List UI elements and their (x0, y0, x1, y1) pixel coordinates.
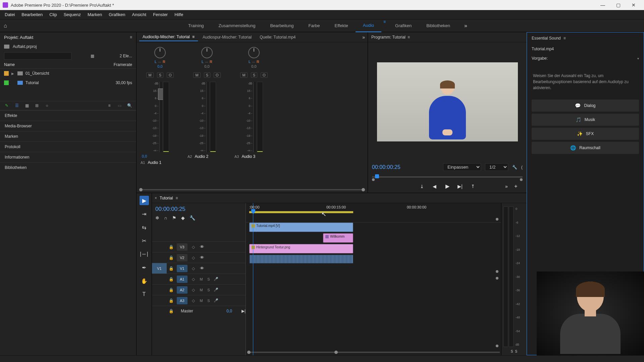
fader-track[interactable] (254, 82, 256, 152)
timeline-ruler[interactable]: :00:0000:00:15:0000:00:30:00 (246, 203, 501, 223)
record-button[interactable]: O (261, 72, 268, 78)
fader-value[interactable]: 0,0 (142, 154, 147, 158)
mixer-tab[interactable]: Quelle: Tutorial.mp4 (256, 34, 299, 41)
timeline-tracks-area[interactable]: :00:0000:00:15:0000:00:30:00 Tutorial.mp… (246, 203, 501, 355)
track-id-badge[interactable]: V2 (177, 254, 187, 261)
panel-menu-icon[interactable]: ≡ (176, 196, 178, 200)
play-icon[interactable]: ▶ (444, 183, 451, 189)
menu-sequenz[interactable]: Sequenz (60, 12, 84, 17)
workspace-audio[interactable]: Audio (356, 19, 381, 32)
sync-lock-icon[interactable]: ◇ (189, 277, 198, 282)
voice-record-icon[interactable]: 🎤 (212, 277, 220, 281)
program-fit-select[interactable]: Einpassen (443, 163, 481, 171)
track-id-badge[interactable]: A3 (177, 297, 187, 304)
track-id-badge[interactable]: A1 (177, 276, 187, 283)
solo-button[interactable]: S (251, 72, 257, 78)
maximize-button[interactable]: ▢ (610, 0, 626, 10)
linked-sel-icon[interactable]: ∩ (164, 215, 167, 221)
workspace-farbe[interactable]: Farbe (301, 19, 327, 32)
vscroll-dot-mid2[interactable] (496, 277, 498, 280)
lock-icon[interactable]: 🔒 (167, 245, 175, 249)
source-patch[interactable] (152, 274, 167, 284)
eye-icon[interactable]: 👁 (198, 266, 206, 271)
program-timecode[interactable]: 00:00:00:25 (372, 164, 400, 170)
freeform-view-icon[interactable]: ⊞ (34, 103, 40, 108)
record-button[interactable]: O (214, 72, 221, 78)
panel-menu-icon[interactable]: ≡ (130, 35, 132, 40)
pan-value[interactable]: 0,0 (204, 64, 209, 68)
timeline-tab[interactable]: Tutorial (160, 196, 173, 200)
project-item[interactable]: ▶ 01_Übersicht (0, 69, 136, 78)
solo-button[interactable]: S (205, 288, 212, 292)
marker-icon[interactable]: ⚑ (172, 215, 176, 221)
program-viewport[interactable] (368, 42, 527, 161)
vscroll-dot-top[interactable] (496, 218, 498, 221)
master-value[interactable]: 0,0 (226, 309, 239, 313)
razor-tool-icon[interactable]: ✂ (140, 236, 149, 245)
menu-datei[interactable]: Datei (1, 12, 18, 17)
selection-tool-icon[interactable]: ▶ (140, 196, 149, 205)
project-search-input[interactable] (4, 52, 71, 60)
lock-icon[interactable]: 🔒 (167, 255, 175, 260)
menu-hilfe[interactable]: Hilfe (171, 12, 186, 17)
col-framerate-header[interactable]: Framerate (102, 62, 132, 67)
menu-bearbeiten[interactable]: Bearbeiten (18, 12, 46, 17)
pencil-icon[interactable]: ✎ (4, 103, 9, 108)
mute-button[interactable]: M (193, 72, 200, 78)
solo-button[interactable]: S (205, 299, 212, 303)
es-preset-row[interactable]: Vorgabe: ▾ (527, 54, 644, 63)
col-name-header[interactable]: Name (4, 62, 102, 67)
subpanel-protokoll[interactable]: Protokoll (0, 141, 136, 152)
record-button[interactable]: O (167, 72, 174, 78)
workspace-effekte[interactable]: Effekte (327, 19, 356, 32)
es-type-sfx[interactable]: ✨SFX (532, 128, 639, 140)
track-id-badge[interactable]: V1 (177, 265, 187, 272)
mixer-hscroll[interactable] (137, 188, 368, 193)
expand-arrow-icon[interactable]: ▶ (11, 72, 15, 75)
pen-tool-icon[interactable]: ✒ (140, 263, 149, 272)
es-type-musik[interactable]: 🎵Musik (532, 114, 639, 126)
subpanel-effekte[interactable]: Effekte (0, 110, 136, 121)
snap-icon[interactable]: ❄ (155, 215, 159, 221)
track-id-badge[interactable]: V3 (177, 243, 187, 251)
solo-button[interactable]: S (205, 277, 212, 281)
sync-lock-icon[interactable]: ◇ (189, 266, 198, 271)
clip-view-icon[interactable]: ▦ (91, 54, 94, 58)
workspace-menu-icon[interactable]: ≡ (381, 19, 388, 32)
type-tool-icon[interactable]: T (140, 290, 149, 299)
menu-clip[interactable]: Clip (46, 12, 60, 17)
close-button[interactable]: ✕ (626, 0, 641, 10)
pan-value[interactable]: 0,0 (157, 64, 162, 68)
mark-in-icon[interactable]: ⤓ (419, 184, 425, 189)
wrench-icon[interactable]: 🔧 (190, 215, 195, 221)
clip-audio-1[interactable] (249, 255, 353, 263)
hand-tool-icon[interactable]: ✋ (140, 276, 149, 286)
meter-solo-l[interactable]: S (511, 350, 513, 353)
automate-icon[interactable]: ▭ (117, 103, 122, 108)
es-type-dialog[interactable]: 💬Dialog (532, 100, 639, 112)
program-scrubber[interactable] (372, 174, 523, 180)
add-button-icon[interactable]: + (513, 183, 519, 189)
mixer-tab[interactable]: Audiospur-Mischer: Tutorial (199, 34, 255, 41)
mute-button[interactable]: M (146, 72, 153, 78)
subpanel-marken[interactable]: Marken (0, 131, 136, 141)
source-patch[interactable] (152, 295, 167, 306)
es-type-raumschall[interactable]: 🌐Raumschall (532, 142, 639, 154)
step-back-icon[interactable]: ◀ (431, 184, 438, 189)
track-select-tool-icon[interactable]: ⇥ (140, 209, 149, 219)
subpanel-informationen[interactable]: Informationen (0, 152, 136, 162)
panel-menu-icon[interactable]: ≡ (564, 36, 566, 41)
lock-icon[interactable]: 🔒 (167, 309, 175, 313)
channel-name[interactable]: Audio 2 (195, 154, 228, 159)
transport-overflow-icon[interactable]: » (503, 184, 510, 189)
lock-icon[interactable]: 🔒 (167, 266, 175, 271)
channel-name[interactable]: Audio 1 (148, 160, 181, 165)
lock-icon[interactable]: 🔒 (167, 277, 175, 282)
clip-video-1[interactable]: Hintergrund Textur.png (249, 244, 353, 253)
workspace-bearbeitung[interactable]: Bearbeitung (263, 19, 301, 32)
zoom-dot-icon[interactable]: ○ (44, 103, 50, 108)
menu-marken[interactable]: Marken (84, 12, 105, 17)
settings-icon[interactable]: 🔧 (512, 165, 517, 170)
timeline-hscroll[interactable] (247, 351, 500, 354)
minimize-button[interactable]: — (595, 0, 610, 10)
